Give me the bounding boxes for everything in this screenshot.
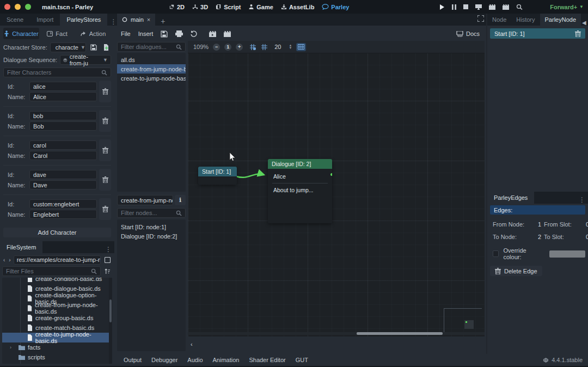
run-current-scene-icon[interactable] bbox=[489, 4, 495, 10]
movie-maker-icon[interactable] bbox=[516, 4, 523, 10]
distraction-free-icon[interactable] bbox=[477, 15, 484, 22]
version-info[interactable]: 4.4.1.stable bbox=[543, 357, 583, 363]
sequence-info-button[interactable]: ℹ bbox=[175, 195, 186, 205]
character-name-field[interactable]: Englebert bbox=[29, 210, 97, 219]
tab-parleynode[interactable]: ParleyNode bbox=[540, 14, 581, 26]
workspace-assetlib[interactable]: AssetLib bbox=[281, 4, 314, 10]
add-tab-button[interactable]: + bbox=[155, 17, 170, 26]
prev-object-icon[interactable]: ◀ bbox=[581, 20, 587, 26]
pause-icon[interactable] bbox=[452, 4, 456, 10]
workspace-game[interactable]: Game bbox=[248, 4, 273, 10]
tab-parleystores[interactable]: ParleyStores bbox=[60, 14, 107, 26]
tab-node[interactable]: Node bbox=[487, 14, 511, 26]
bottom-tab-shader-editor[interactable]: Shader Editor bbox=[245, 357, 289, 363]
split-view-icon[interactable] bbox=[102, 255, 112, 265]
graph-hscrollbar[interactable] bbox=[188, 332, 485, 335]
start-node[interactable]: Start [ID: 1] bbox=[198, 167, 237, 185]
tab-import[interactable]: Import bbox=[30, 14, 60, 26]
tab-main-scene[interactable]: main × bbox=[117, 14, 155, 26]
bottom-tab-debugger[interactable]: Debugger bbox=[148, 357, 181, 363]
workspace-3d[interactable]: 3D bbox=[192, 4, 208, 10]
grid-size-value[interactable]: 20 bbox=[272, 44, 281, 50]
file-row-selected[interactable]: create-to-jump-node-basic.ds bbox=[2, 333, 112, 342]
tab-filesystem[interactable]: FileSystem bbox=[0, 241, 42, 253]
test-from-node-button[interactable] bbox=[224, 31, 231, 37]
character-name-field[interactable]: Carol bbox=[29, 151, 97, 160]
tab-fact[interactable]: Fact bbox=[39, 28, 75, 39]
bottom-tab-output[interactable]: Output bbox=[120, 357, 145, 363]
save-store-button[interactable] bbox=[89, 42, 99, 52]
tab-action[interactable]: Action bbox=[75, 28, 111, 39]
add-character-button[interactable]: Add Character bbox=[3, 228, 111, 237]
tab-history[interactable]: History bbox=[511, 14, 540, 26]
delete-character-button[interactable] bbox=[99, 110, 111, 132]
dialogue-list-item[interactable]: create-to-jump-node-basi... bbox=[117, 74, 186, 83]
minimap-toggle-icon[interactable] bbox=[296, 43, 306, 51]
folder-row[interactable]: scripts bbox=[2, 352, 112, 362]
dock-menu-icon[interactable]: ⋮ bbox=[576, 196, 588, 204]
character-id-field[interactable]: custom:englebert bbox=[29, 199, 97, 209]
export-dialogue-button[interactable] bbox=[175, 30, 183, 37]
dialogue-list-item[interactable]: all.ds bbox=[117, 55, 186, 64]
filter-nodes-input[interactable]: Filter nodes... bbox=[117, 208, 186, 218]
tab-parleyedges[interactable]: ParleyEdges bbox=[487, 192, 534, 204]
test-dialogue-button[interactable] bbox=[209, 31, 216, 37]
dialogue-graph[interactable]: 109% − 1 + 20 ▲▼ bbox=[188, 41, 485, 337]
selected-node-item[interactable]: Start [ID: 1] bbox=[490, 28, 585, 39]
colour-swatch[interactable] bbox=[549, 250, 585, 258]
node-list-item[interactable]: Dialogue [ID: node:2] bbox=[117, 231, 186, 241]
nav-back-icon[interactable]: ‹ bbox=[2, 257, 6, 263]
zoom-out-button[interactable]: − bbox=[213, 44, 220, 51]
sequence-name-input[interactable]: create-from-jump-nod bbox=[117, 195, 173, 205]
close-tab-icon[interactable]: × bbox=[147, 16, 150, 23]
run-specific-scene-icon[interactable] bbox=[503, 4, 509, 10]
play-icon[interactable] bbox=[439, 4, 445, 10]
grid-size-spinner[interactable]: ▲▼ bbox=[289, 44, 292, 50]
filter-dialogues-input[interactable]: Filter dialogues... bbox=[117, 42, 186, 52]
delete-character-button[interactable] bbox=[99, 169, 111, 191]
character-name-field[interactable]: Dave bbox=[29, 180, 97, 189]
delete-character-button[interactable] bbox=[99, 139, 111, 161]
workspace-script[interactable]: Script bbox=[216, 4, 241, 10]
node-list-item[interactable]: Start [ID: node:1] bbox=[117, 222, 186, 231]
character-store-dropdown[interactable]: characte ▼ bbox=[50, 42, 86, 52]
zoom-in-button[interactable]: + bbox=[236, 44, 243, 51]
character-name-field[interactable]: Alice bbox=[29, 92, 97, 101]
delete-node-button[interactable] bbox=[575, 30, 581, 37]
filter-characters-input[interactable]: Filter Characters bbox=[3, 68, 111, 77]
graph-minimap[interactable] bbox=[444, 308, 482, 332]
character-id-field[interactable]: alice bbox=[29, 82, 97, 91]
filesystem-path[interactable]: res://examples/create-to-jump-nod bbox=[14, 255, 101, 265]
output-port-icon[interactable] bbox=[330, 173, 332, 176]
bottom-tab-audio[interactable]: Audio bbox=[183, 357, 206, 363]
bottom-tab-gut[interactable]: GUT bbox=[292, 357, 312, 363]
close-window-icon[interactable] bbox=[4, 4, 10, 10]
tab-scene[interactable]: Scene bbox=[0, 14, 30, 26]
dialogue-list-item-selected[interactable]: create-from-jump-node-b... bbox=[117, 64, 186, 74]
character-id-field[interactable]: carol bbox=[29, 140, 97, 150]
zoom-window-icon[interactable] bbox=[25, 4, 31, 10]
sort-files-icon[interactable] bbox=[102, 266, 112, 276]
dialogue-node[interactable]: Dialogue [ID: 2] Alice About to jump... bbox=[268, 159, 332, 223]
workspace-2d[interactable]: 2D bbox=[169, 4, 185, 10]
bottom-tab-animation[interactable]: Animation bbox=[209, 357, 243, 363]
minimize-window-icon[interactable] bbox=[15, 4, 21, 10]
workspace-parley[interactable]: Parley bbox=[322, 4, 349, 10]
delete-character-button[interactable] bbox=[99, 198, 111, 220]
scrollbar-thumb[interactable] bbox=[357, 332, 443, 335]
save-dialogue-button[interactable] bbox=[161, 30, 168, 38]
snap-toggle-icon[interactable] bbox=[249, 44, 256, 51]
override-colour-checkbox[interactable] bbox=[493, 250, 499, 257]
file-row[interactable]: create-from-jump-node-basic.ds bbox=[2, 303, 112, 313]
docs-button[interactable]: Docs bbox=[456, 30, 480, 37]
file-row[interactable]: create-group-basic.ds bbox=[2, 313, 112, 323]
character-id-field[interactable]: dave bbox=[29, 170, 97, 179]
file-row[interactable]: create-condition-basic.ds bbox=[2, 278, 112, 284]
nav-forward-icon[interactable]: › bbox=[8, 257, 11, 263]
grid-toggle-icon[interactable] bbox=[261, 44, 268, 51]
character-name-field[interactable]: Bob bbox=[29, 121, 97, 131]
folder-row[interactable]: ⌄ tests bbox=[2, 362, 112, 364]
insert-menu[interactable]: Insert bbox=[138, 30, 154, 37]
new-store-button[interactable] bbox=[101, 42, 111, 52]
tab-character[interactable]: Character bbox=[3, 28, 39, 39]
